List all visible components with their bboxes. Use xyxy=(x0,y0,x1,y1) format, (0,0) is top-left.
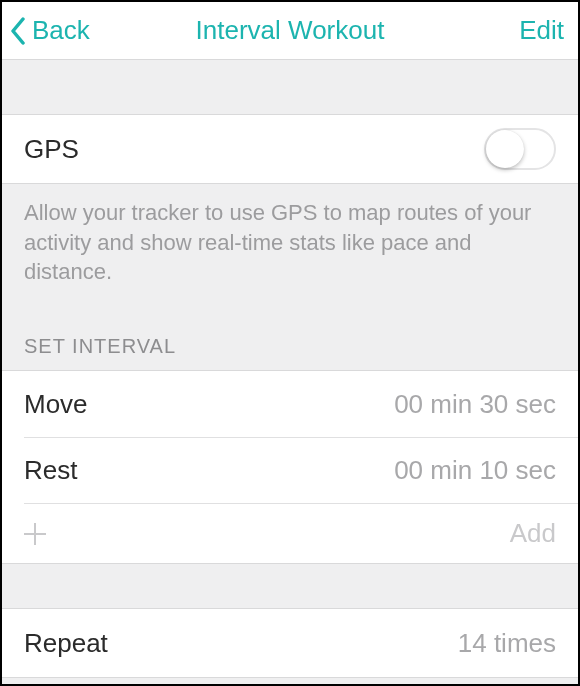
add-label: Add xyxy=(510,518,556,549)
interval-value: 00 min 30 sec xyxy=(394,389,556,420)
plus-icon xyxy=(24,523,46,545)
navbar: Back Interval Workout Edit xyxy=(2,2,578,60)
repeat-row[interactable]: Repeat 14 times xyxy=(2,608,578,678)
section-spacer xyxy=(2,564,578,608)
set-interval-header: SET INTERVAL xyxy=(2,311,578,370)
section-spacer xyxy=(2,60,578,114)
gps-label: GPS xyxy=(24,134,79,165)
toggle-knob xyxy=(486,130,524,168)
interval-label: Rest xyxy=(24,455,77,486)
edit-button[interactable]: Edit xyxy=(519,15,564,46)
gps-description: Allow your tracker to use GPS to map rou… xyxy=(2,184,578,311)
back-button[interactable]: Back xyxy=(10,15,90,46)
interval-value: 00 min 10 sec xyxy=(394,455,556,486)
gps-toggle[interactable] xyxy=(484,128,556,170)
repeat-label: Repeat xyxy=(24,628,108,659)
interval-row-move[interactable]: Move 00 min 30 sec xyxy=(2,371,578,437)
back-label: Back xyxy=(32,15,90,46)
gps-row[interactable]: GPS xyxy=(2,114,578,184)
interval-label: Move xyxy=(24,389,88,420)
chevron-left-icon xyxy=(10,17,26,45)
interval-row-rest[interactable]: Rest 00 min 10 sec xyxy=(24,437,578,503)
add-interval-button[interactable]: Add xyxy=(24,503,578,563)
repeat-value: 14 times xyxy=(458,628,556,659)
interval-list: Move 00 min 30 sec Rest 00 min 10 sec Ad… xyxy=(2,370,578,564)
